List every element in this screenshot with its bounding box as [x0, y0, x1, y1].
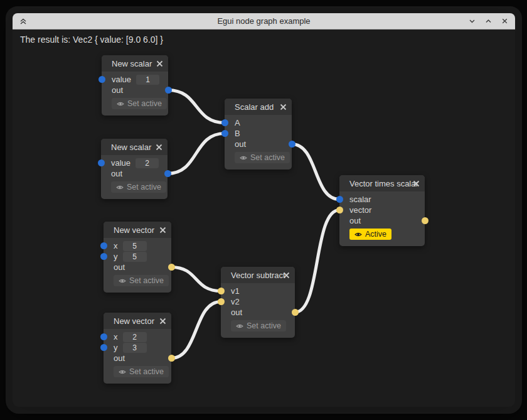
- port-y-input[interactable]: [100, 253, 107, 260]
- node-new-scalar-2[interactable]: New scalarvalue2outSet active: [101, 139, 168, 199]
- node-row-B: B: [225, 128, 292, 139]
- node-close-icon[interactable]: [154, 143, 163, 151]
- node-vector-times-scalar[interactable]: Vector times scalarscalarvectoroutActive: [339, 175, 425, 246]
- set-active-button[interactable]: Set active: [114, 366, 169, 377]
- port-scalar-input[interactable]: [336, 196, 343, 203]
- node-row-y: y5: [104, 251, 171, 262]
- node-close-icon[interactable]: [282, 271, 290, 279]
- set-active-button[interactable]: Set active: [235, 152, 290, 163]
- set-active-button[interactable]: Set active: [112, 98, 167, 109]
- node-titlebar[interactable]: Scalar add: [225, 99, 292, 115]
- node-titlebar[interactable]: New vector: [104, 222, 171, 238]
- action-button-label: Set active: [127, 183, 161, 191]
- node-close-icon[interactable]: [412, 179, 420, 188]
- port-out-output[interactable]: [422, 217, 429, 224]
- node-title: Scalar add: [235, 102, 274, 112]
- node-close-icon[interactable]: [158, 225, 167, 234]
- port-out-output[interactable]: [168, 355, 175, 362]
- value-field-y[interactable]: 5: [123, 252, 147, 262]
- node-titlebar[interactable]: Vector subtract: [221, 267, 295, 283]
- close-icon[interactable]: [499, 16, 510, 27]
- eye-icon: [236, 323, 243, 329]
- port-value-input[interactable]: [98, 76, 105, 83]
- node-row-v1: v1: [221, 286, 295, 296]
- port-x-input[interactable]: [100, 333, 107, 340]
- eye-icon: [119, 278, 126, 284]
- port-v2-input[interactable]: [218, 298, 225, 305]
- action-button-label: Set active: [129, 367, 164, 376]
- node-row-vector: vector: [339, 205, 425, 215]
- port-v1-input[interactable]: [218, 288, 225, 294]
- node-row-out: out: [221, 307, 295, 318]
- row-label: out: [349, 216, 361, 225]
- value-field-value[interactable]: 2: [136, 158, 159, 168]
- node-close-icon[interactable]: [155, 59, 164, 68]
- minimize-icon[interactable]: [466, 16, 477, 27]
- node-row-out: out: [225, 139, 292, 149]
- row-label: out: [111, 169, 122, 178]
- port-out-output[interactable]: [165, 87, 172, 94]
- node-title: New vector: [114, 316, 154, 326]
- port-out-output[interactable]: [292, 309, 299, 316]
- node-titlebar[interactable]: Vector times scalar: [339, 175, 425, 191]
- row-label: B: [235, 129, 240, 138]
- port-vector-input[interactable]: [336, 207, 343, 213]
- row-label: vector: [349, 205, 371, 215]
- node-row-A: A: [225, 117, 292, 128]
- node-titlebar[interactable]: New scalar: [101, 139, 168, 155]
- row-label: value: [111, 158, 130, 168]
- set-active-button[interactable]: Set active: [114, 275, 169, 286]
- row-label: x: [114, 332, 118, 342]
- row-label: y: [114, 252, 118, 261]
- port-out-output[interactable]: [289, 141, 295, 148]
- active-button[interactable]: Active: [349, 229, 391, 240]
- graph-canvas[interactable]: The result is: Vec2 { value: [9.0 6.0] }…: [13, 30, 515, 407]
- value-field-x[interactable]: 2: [123, 332, 147, 342]
- app-window: Egui node graph example The result is: V…: [13, 13, 515, 407]
- port-out-output[interactable]: [168, 264, 175, 271]
- node-row-out: out: [104, 353, 171, 363]
- row-label: out: [112, 85, 123, 95]
- row-label: out: [114, 353, 125, 363]
- port-x-input[interactable]: [100, 242, 107, 249]
- row-label: scalar: [349, 195, 371, 204]
- node-body: value2outSet active: [101, 155, 168, 199]
- node-body: ABoutSet active: [225, 115, 292, 170]
- value-field-y[interactable]: 3: [123, 343, 147, 353]
- port-A-input[interactable]: [221, 119, 228, 126]
- node-new-scalar-1[interactable]: New scalarvalue1outSet active: [102, 55, 168, 116]
- port-B-input[interactable]: [221, 130, 228, 137]
- node-vector-subtract[interactable]: Vector subtractv1v2outSet active: [221, 267, 295, 338]
- row-label: out: [114, 262, 125, 272]
- action-button-label: Set active: [247, 321, 281, 330]
- node-body: x5y5outSet active: [104, 238, 171, 293]
- node-row-x: x5: [104, 240, 171, 251]
- row-label: y: [114, 343, 118, 352]
- row-label: out: [235, 139, 246, 149]
- row-label: x: [114, 241, 118, 250]
- value-field-value[interactable]: 1: [136, 75, 159, 85]
- value-field-x[interactable]: 5: [123, 241, 147, 251]
- set-active-button[interactable]: Set active: [231, 320, 286, 331]
- action-button-label: Set active: [127, 99, 162, 108]
- node-new-vector-2[interactable]: New vectorx2y3outSet active: [104, 313, 171, 384]
- node-title: Vector times scalar: [349, 179, 418, 188]
- node-close-icon[interactable]: [279, 102, 287, 111]
- row-label: v2: [231, 297, 240, 306]
- eye-icon: [119, 369, 126, 375]
- node-scalar-add[interactable]: Scalar addABoutSet active: [225, 99, 292, 170]
- port-out-output[interactable]: [164, 170, 171, 177]
- maximize-icon[interactable]: [482, 16, 494, 27]
- node-new-vector-1[interactable]: New vectorx5y5outSet active: [104, 222, 171, 293]
- window-titlebar[interactable]: Egui node graph example: [13, 13, 515, 30]
- row-label: v1: [231, 286, 240, 296]
- port-value-input[interactable]: [98, 159, 105, 166]
- node-row-y: y3: [104, 342, 171, 353]
- node-row-v2: v2: [221, 296, 295, 307]
- port-y-input[interactable]: [100, 344, 107, 351]
- node-titlebar[interactable]: New vector: [104, 313, 171, 329]
- set-active-button[interactable]: Set active: [111, 181, 166, 193]
- node-close-icon[interactable]: [158, 316, 167, 325]
- node-titlebar[interactable]: New scalar: [102, 55, 168, 72]
- collapse-window-icon[interactable]: [18, 16, 29, 27]
